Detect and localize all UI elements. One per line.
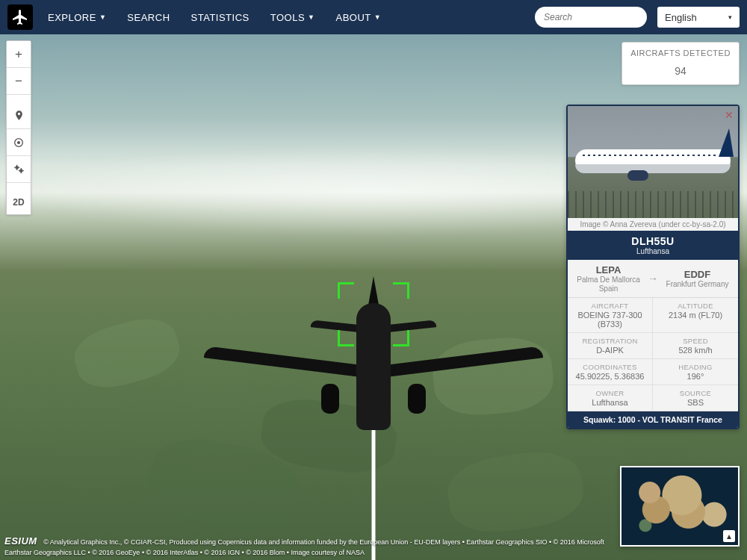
detected-label: AIRCRAFTS DETECTED	[627, 49, 734, 57]
aircraft-part	[408, 384, 426, 414]
aircraft-part	[204, 346, 361, 376]
field-source: SOURCE SBS	[653, 385, 738, 411]
svg-point-3	[18, 141, 20, 143]
close-panel-button[interactable]: ✕	[725, 109, 734, 121]
top-nav: EXPLORE▼ SEARCH STATISTICS TOOLS▼ ABOUT▼…	[0, 0, 747, 34]
language-select[interactable]: English ▾	[657, 7, 740, 28]
map-toolbar: + − 2D	[6, 40, 31, 215]
attribution-line-1: © Analytical Graphics Inc., © CGIAR-CSI,…	[43, 538, 604, 546]
field-value: D-AIPK	[569, 346, 651, 355]
language-label: English	[665, 12, 697, 23]
viewmode-toggle[interactable]: 2D	[7, 190, 31, 214]
detected-count: 94	[627, 65, 734, 77]
nav-search-label: SEARCH	[127, 12, 170, 23]
route-arrow-icon: →	[646, 273, 660, 284]
gears-icon	[13, 163, 25, 175]
plus-icon: +	[15, 47, 22, 62]
nav-explore[interactable]: EXPLORE▼	[48, 12, 106, 23]
expand-icon: ▴	[727, 531, 731, 541]
field-altitude: ALTITUDE 2134 m (FL70)	[653, 298, 738, 333]
svg-point-5	[19, 169, 23, 172]
nav-tools[interactable]: TOOLS▼	[270, 12, 315, 23]
field-label: ALTITUDE	[654, 302, 737, 310]
destination-city: Frankfurt Germany	[660, 280, 735, 289]
map-attribution: ESIUM © Analytical Graphics Inc., © CGIA…	[4, 535, 613, 557]
field-value: 2134 m (FL70)	[654, 311, 737, 320]
field-label: SPEED	[654, 337, 737, 345]
nav-statistics-label: STATISTICS	[191, 12, 249, 23]
attribution-line-2: Earthstar Geographics LLC • © 2016 GeoEy…	[4, 549, 365, 556]
search-input[interactable]	[544, 12, 657, 22]
nav-statistics[interactable]: STATISTICS	[191, 12, 249, 23]
origin-city: Palma De Mallorca Spain	[571, 276, 646, 293]
callsign-bar: DLH55U Lufthansa	[568, 231, 738, 260]
photo-credit: Image © Anna Zvereva (under cc-by-sa-2.0…	[568, 218, 738, 231]
aircraft-part	[386, 346, 543, 376]
field-value: 45.90225, 5.36836	[569, 372, 651, 381]
field-value: Lufthansa	[569, 398, 651, 407]
cesium-brand: ESIUM	[4, 535, 42, 548]
origin-code: LEPA	[571, 264, 646, 276]
field-value: 528 km/h	[654, 346, 737, 355]
aircraft-part	[356, 303, 391, 430]
search-box[interactable]	[535, 7, 647, 28]
minimap[interactable]: ▴	[620, 466, 740, 547]
field-label: SOURCE	[654, 389, 737, 397]
aircrafts-detected-box: AIRCRAFTS DETECTED 94	[622, 42, 740, 85]
field-registration: REGISTRATION D-AIPK	[568, 333, 653, 359]
field-label: REGISTRATION	[569, 337, 651, 345]
field-value: BOEING 737-300 (B733)	[569, 311, 651, 329]
aircraft-part	[321, 384, 339, 414]
field-label: COORDINATES	[569, 363, 651, 371]
svg-point-4	[15, 166, 19, 169]
plane-icon	[11, 8, 29, 26]
callsign: DLH55U	[571, 235, 735, 247]
minus-icon: −	[15, 74, 22, 89]
flight-fields-grid: AIRCRAFT BOEING 737-300 (B733) ALTITUDE …	[568, 298, 738, 411]
field-value: SBS	[654, 398, 737, 407]
airline-name: Lufthansa	[571, 247, 735, 255]
field-owner: OWNER Lufthansa	[568, 385, 653, 411]
chevron-down-icon: ▾	[728, 13, 732, 21]
field-label: OWNER	[569, 389, 651, 397]
terrain-patch	[69, 311, 185, 396]
location-pin-icon	[13, 110, 25, 121]
settings-button[interactable]	[7, 156, 31, 183]
field-value: 196°	[654, 372, 737, 381]
viewmode-label: 2D	[13, 197, 24, 208]
chevron-down-icon: ▼	[99, 13, 106, 21]
chevron-down-icon: ▼	[308, 13, 314, 21]
toolbar-divider	[7, 183, 31, 190]
toolbar-divider	[7, 95, 31, 102]
flight-info-panel: ✕ Image © Anna Zvereva (under cc-by-sa-2…	[566, 105, 740, 429]
aircraft-photo	[568, 106, 738, 218]
nav-items: EXPLORE▼ SEARCH STATISTICS TOOLS▼ ABOUT▼	[48, 12, 535, 23]
close-icon: ✕	[725, 109, 734, 121]
field-heading: HEADING 196°	[653, 359, 738, 385]
field-label: HEADING	[654, 363, 737, 371]
field-speed: SPEED 528 km/h	[653, 333, 738, 359]
zoom-in-button[interactable]: +	[7, 41, 31, 68]
destination: EDDF Frankfurt Germany	[660, 269, 735, 289]
origin: LEPA Palma De Mallorca Spain	[571, 264, 646, 293]
aircraft-model[interactable]	[217, 296, 530, 460]
field-label: AIRCRAFT	[569, 302, 651, 310]
target-button[interactable]	[7, 129, 31, 156]
nav-search[interactable]: SEARCH	[127, 12, 170, 23]
locate-button[interactable]	[7, 102, 31, 129]
destination-code: EDDF	[660, 269, 735, 280]
zoom-out-button[interactable]: −	[7, 68, 31, 95]
crosshair-icon	[13, 137, 25, 149]
field-coordinates: COORDINATES 45.90225, 5.36836	[568, 359, 653, 385]
minimap-land	[626, 472, 734, 541]
field-aircraft: AIRCRAFT BOEING 737-300 (B733)	[568, 298, 653, 333]
minimap-expand-button[interactable]: ▴	[723, 530, 735, 542]
route-row: LEPA Palma De Mallorca Spain → EDDF Fran…	[568, 260, 738, 298]
squawk-bar: Squawk: 1000 - VOL TRANSIT France	[568, 411, 738, 428]
nav-tools-label: TOOLS	[270, 12, 305, 23]
nav-explore-label: EXPLORE	[48, 12, 96, 23]
chevron-down-icon: ▼	[374, 13, 381, 21]
nav-about-label: ABOUT	[336, 12, 371, 23]
nav-about[interactable]: ABOUT▼	[336, 12, 382, 23]
app-logo[interactable]	[7, 4, 33, 30]
